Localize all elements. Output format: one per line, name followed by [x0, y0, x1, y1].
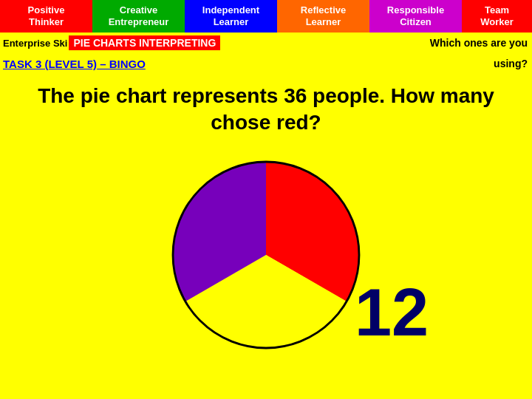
tab-team-worker[interactable]: Team Worker [462, 0, 532, 33]
enterprise-label: Enterprise Ski [0, 38, 67, 49]
tab-creative-entrepreneur-line1: Creative [120, 4, 157, 16]
main-question: The pie chart represents 36 people. How … [0, 83, 532, 137]
task3-label: TASK 3 (LEVEL 5) – BINGO [0, 58, 146, 70]
tab-creative-entrepreneur-line2: Entrepreneur [109, 16, 169, 28]
tab-positive-thinker[interactable]: Positive Thinker [0, 0, 92, 33]
header-tabs: Positive Thinker Creative Entrepreneur I… [0, 0, 532, 33]
tab-responsible-citizen-line1: Responsible [387, 4, 444, 16]
tab-reflective-learner-line2: Learner [306, 16, 341, 28]
tab-positive-thinker-line2: Thinker [29, 16, 64, 28]
answer-number: 12 [355, 275, 429, 351]
question-line2: chose red? [0, 109, 532, 136]
tab-positive-thinker-line1: Positive [28, 4, 65, 16]
tab-creative-entrepreneur[interactable]: Creative Entrepreneur [92, 0, 185, 33]
tab-responsible-citizen-line2: Citizen [400, 16, 432, 28]
tab-independent-learner-line1: Independent [202, 4, 259, 16]
tab-team-worker-line1: Team [485, 4, 509, 16]
tab-team-worker-line2: Worker [480, 16, 514, 28]
tab-reflective-learner[interactable]: Reflective Learner [277, 0, 369, 33]
question-line1: The pie chart represents 36 people. How … [0, 83, 532, 109]
task3-line: TASK 3 (LEVEL 5) – BINGO using? [0, 53, 532, 74]
using-text: using? [494, 58, 532, 69]
task-bar-highlight: PIE CHARTS INTERPRETING [69, 35, 220, 50]
pie-chart-area: 12 [0, 151, 532, 358]
tab-independent-learner[interactable]: Independent Learner [185, 0, 277, 33]
tab-independent-learner-line2: Learner [214, 16, 249, 28]
tab-responsible-citizen[interactable]: Responsible Citizen [369, 0, 462, 33]
task-bar: Enterprise Ski PIE CHARTS INTERPRETING W… [0, 33, 532, 53]
tab-reflective-learner-line1: Reflective [301, 4, 346, 16]
which-ones-text: Which ones are you [430, 37, 532, 49]
pie-chart [163, 151, 369, 358]
